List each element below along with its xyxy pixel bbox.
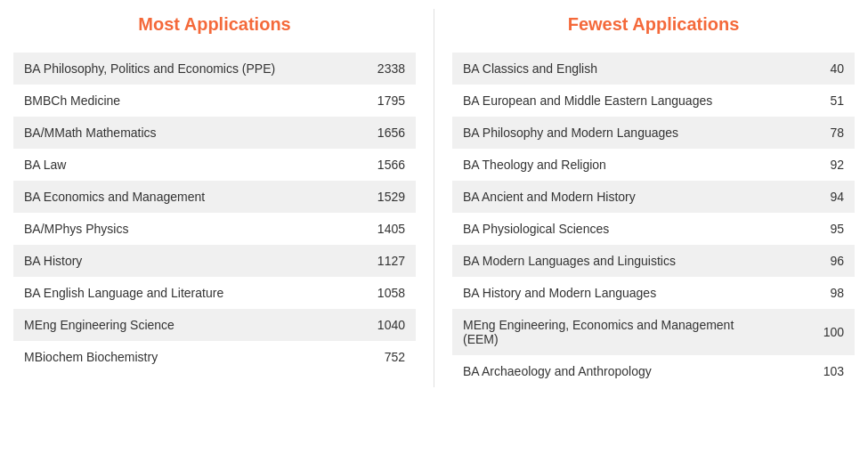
table-row: MBiochem Biochemistry 752 [13, 341, 416, 373]
course-count: 96 [775, 245, 855, 277]
course-count: 78 [775, 117, 855, 149]
table-row: MEng Engineering Science 1040 [13, 309, 416, 341]
table-row: BA Modern Languages and Linguistics 96 [452, 245, 855, 277]
table-row: BA Classics and English 40 [452, 53, 855, 85]
most-applications-panel: Most Applications BA Philosophy, Politic… [0, 9, 429, 387]
course-count: 92 [775, 149, 855, 181]
course-count: 1795 [336, 85, 416, 117]
course-name: BA Classics and English [452, 53, 775, 85]
course-count: 40 [775, 53, 855, 85]
course-name: MEng Engineering Science [13, 309, 336, 341]
course-count: 1529 [336, 181, 416, 213]
course-count: 51 [775, 85, 855, 117]
table-row: BA Law 1566 [13, 149, 416, 181]
table-row: BA/MMath Mathematics 1656 [13, 117, 416, 149]
course-name: BA Law [13, 149, 336, 181]
course-count: 100 [775, 309, 855, 355]
main-container: Most Applications BA Philosophy, Politic… [0, 0, 868, 396]
course-count: 98 [775, 277, 855, 309]
course-count: 1566 [336, 149, 416, 181]
course-count: 1058 [336, 277, 416, 309]
course-count: 94 [775, 181, 855, 213]
course-name: BA Philosophy and Modern Languages [452, 117, 775, 149]
course-name: BA Archaeology and Anthropology [452, 355, 775, 387]
most-applications-table: BA Philosophy, Politics and Economics (P… [13, 53, 416, 373]
fewest-applications-panel: Fewest Applications BA Classics and Engl… [439, 9, 868, 387]
course-count: 103 [775, 355, 855, 387]
table-row: BA European and Middle Eastern Languages… [452, 85, 855, 117]
course-name: MEng Engineering, Economics and Manageme… [452, 309, 775, 355]
course-name: BA Ancient and Modern History [452, 181, 775, 213]
table-row: BA/MPhys Physics 1405 [13, 213, 416, 245]
course-name: BA History and Modern Languages [452, 277, 775, 309]
course-name: MBiochem Biochemistry [13, 341, 336, 373]
table-row: BA Ancient and Modern History 94 [452, 181, 855, 213]
panel-divider [434, 9, 434, 387]
table-row: BA Philosophy and Modern Languages 78 [452, 117, 855, 149]
fewest-applications-title: Fewest Applications [452, 9, 855, 40]
table-row: BA Theology and Religion 92 [452, 149, 855, 181]
course-name: BA Economics and Management [13, 181, 336, 213]
table-row: BA History 1127 [13, 245, 416, 277]
course-name: BA Theology and Religion [452, 149, 775, 181]
course-name: BA/MMath Mathematics [13, 117, 336, 149]
course-name: BA/MPhys Physics [13, 213, 336, 245]
table-row: MEng Engineering, Economics and Manageme… [452, 309, 855, 355]
fewest-applications-table: BA Classics and English 40 BA European a… [452, 53, 855, 387]
table-row: BA Archaeology and Anthropology 103 [452, 355, 855, 387]
course-count: 2338 [336, 53, 416, 85]
course-count: 1127 [336, 245, 416, 277]
table-row: BA Philosophy, Politics and Economics (P… [13, 53, 416, 85]
table-row: BA History and Modern Languages 98 [452, 277, 855, 309]
course-name: BA Physiological Sciences [452, 213, 775, 245]
table-row: BA English Language and Literature 1058 [13, 277, 416, 309]
course-name: BA English Language and Literature [13, 277, 336, 309]
course-name: BA Philosophy, Politics and Economics (P… [13, 53, 336, 85]
course-count: 752 [336, 341, 416, 373]
table-row: BA Economics and Management 1529 [13, 181, 416, 213]
course-name: BA Modern Languages and Linguistics [452, 245, 775, 277]
table-row: BMBCh Medicine 1795 [13, 85, 416, 117]
course-name: BA History [13, 245, 336, 277]
course-count: 1040 [336, 309, 416, 341]
course-name: BA European and Middle Eastern Languages [452, 85, 775, 117]
course-count: 1405 [336, 213, 416, 245]
table-row: BA Physiological Sciences 95 [452, 213, 855, 245]
most-applications-title: Most Applications [13, 9, 416, 40]
course-count: 95 [775, 213, 855, 245]
course-name: BMBCh Medicine [13, 85, 336, 117]
course-count: 1656 [336, 117, 416, 149]
